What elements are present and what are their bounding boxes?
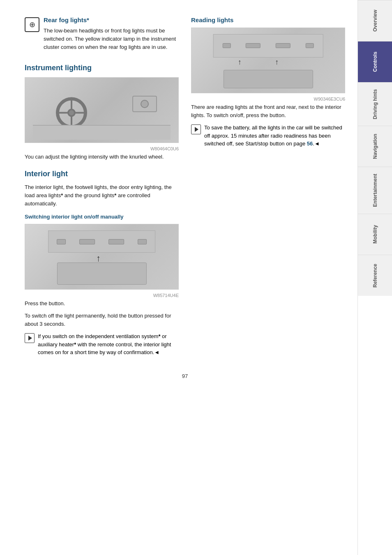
top-two-col: ⊕ Rear fog lights* The low-beam headligh… — [25, 16, 345, 361]
reading-note-arrow-icon — [191, 124, 201, 134]
read-btn-1 — [223, 43, 231, 48]
gauge-circle — [141, 100, 149, 108]
reading-overhead — [213, 34, 323, 58]
sidebar-item-overview[interactable]: Overview — [358, 0, 392, 41]
sidebar-item-mobility[interactable]: Mobility — [358, 214, 392, 255]
sidebar-item-reference[interactable]: Reference — [358, 255, 392, 296]
instrument-body: You can adjust the lighting intensity wi… — [25, 153, 179, 161]
read-btn-4 — [305, 43, 314, 48]
reading-lights-body: There are reading lights at the front an… — [191, 103, 345, 120]
read-btn-3 — [276, 43, 291, 48]
int-btn-3 — [108, 239, 124, 244]
main-content: ⊕ Rear fog lights* The low-beam headligh… — [0, 0, 357, 555]
reading-lights-image-caption: W90346E3CU6 — [191, 97, 345, 101]
reading-note-box: To save the battery, all the lights in t… — [191, 124, 345, 148]
col-left: ⊕ Rear fog lights* The low-beam headligh… — [25, 16, 179, 361]
fog-icon-symbol: ⊕ — [29, 20, 35, 29]
page-link[interactable]: 56 — [307, 140, 313, 147]
sidebar-item-controls[interactable]: Controls — [358, 41, 392, 82]
instrument-cluster — [132, 96, 157, 112]
sidebar-label-mobility: Mobility — [372, 225, 378, 244]
sidebar-label-driving: Driving hints — [372, 89, 378, 119]
note-arrow-triangle — [28, 336, 32, 341]
overhead-panel-int — [48, 230, 156, 253]
dashboard-image-caption: W80464C0U6 — [25, 146, 179, 151]
reading-lights-heading: Reading lights — [191, 16, 345, 23]
dashboard-bar — [33, 125, 171, 140]
dashboard-image — [25, 77, 179, 143]
sidebar-item-entertainment[interactable]: Entertainment — [358, 167, 392, 214]
rear-fog-section: ⊕ Rear fog lights* The low-beam headligh… — [25, 16, 179, 55]
hold-text: To switch off the light permanently, hol… — [25, 312, 179, 328]
int-btn-1 — [57, 239, 66, 244]
fog-light-icon: ⊕ — [25, 17, 39, 32]
fog-text-block: Rear fog lights* The low-beam headlights… — [44, 16, 179, 55]
sidebar-label-controls: Controls — [372, 52, 378, 72]
reading-lights-sim: ↑ ↑ — [199, 31, 337, 90]
sidebar: Overview Controls Driving hints Navigati… — [357, 0, 392, 555]
interior-sim: ↑ — [33, 228, 171, 286]
page-wrapper: ⊕ Rear fog lights* The low-beam headligh… — [0, 0, 392, 555]
switching-interior-heading: Switching interior light on/off manually — [25, 214, 179, 220]
interior-light-body: The interior light, the footwell lights,… — [25, 183, 179, 208]
sidebar-item-driving[interactable]: Driving hints — [358, 82, 392, 126]
arrow-left: ↑ — [238, 58, 242, 67]
reading-note-text: To save the battery, all the lights in t… — [204, 124, 345, 148]
sidebar-label-navigation: Navigation — [372, 134, 378, 159]
dashboard-sim — [33, 81, 171, 139]
press-button-text: Press the button. — [25, 299, 179, 308]
interior-light-heading: Interior light — [25, 170, 179, 178]
svg-point-1 — [68, 109, 75, 116]
int-btn-2 — [79, 239, 95, 244]
interior-note-box: If you switch on the independent ventila… — [25, 332, 179, 357]
reading-lights-image: ↑ ↑ — [191, 28, 345, 93]
col-right: Reading lights ↑ ↑ — [191, 16, 345, 361]
reading-note-arrow-triangle — [195, 127, 198, 132]
interior-note-text: If you switch on the independent ventila… — [38, 332, 179, 357]
windshield-sim — [57, 263, 146, 285]
note-arrow-icon — [25, 333, 35, 343]
read-btn-2 — [246, 43, 261, 48]
int-btn-4 — [138, 239, 147, 244]
sidebar-label-overview: Overview — [372, 10, 378, 32]
rear-fog-body: The low-beam headlights or front fog lig… — [44, 27, 179, 51]
sidebar-label-entertainment: Entertainment — [372, 174, 378, 207]
rear-fog-heading: Rear fog lights* — [44, 16, 179, 23]
sidebar-item-navigation[interactable]: Navigation — [358, 126, 392, 167]
instrument-lighting-heading: Instrument lighting — [25, 64, 179, 72]
interior-image-caption: W85714U4E — [25, 293, 179, 298]
interior-image: ↑ — [25, 224, 179, 290]
sidebar-label-reference: Reference — [372, 264, 378, 288]
arrow-right: ↑ — [275, 58, 279, 67]
page-number: 97 — [25, 373, 345, 379]
reading-mirror — [223, 70, 313, 89]
